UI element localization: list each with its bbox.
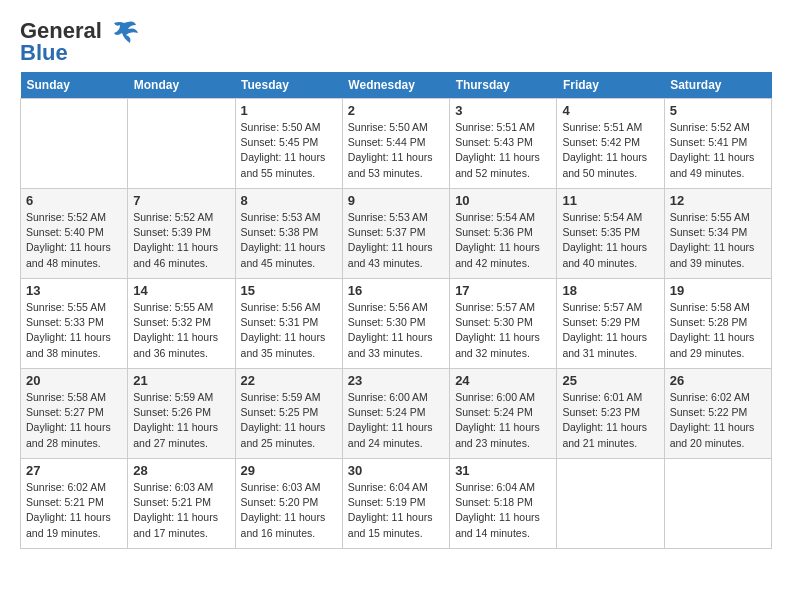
calendar-cell [21, 99, 128, 189]
calendar-cell: 4Sunrise: 5:51 AMSunset: 5:42 PMDaylight… [557, 99, 664, 189]
calendar-cell: 29Sunrise: 6:03 AMSunset: 5:20 PMDayligh… [235, 459, 342, 549]
day-info: Sunrise: 5:56 AMSunset: 5:31 PMDaylight:… [241, 300, 337, 361]
day-number: 24 [455, 373, 551, 388]
day-info: Sunrise: 6:01 AMSunset: 5:23 PMDaylight:… [562, 390, 658, 451]
logo: GeneralBlue [20, 20, 142, 64]
day-number: 16 [348, 283, 444, 298]
day-number: 31 [455, 463, 551, 478]
day-info: Sunrise: 5:57 AMSunset: 5:30 PMDaylight:… [455, 300, 551, 361]
day-info: Sunrise: 5:58 AMSunset: 5:28 PMDaylight:… [670, 300, 766, 361]
day-number: 30 [348, 463, 444, 478]
day-info: Sunrise: 5:58 AMSunset: 5:27 PMDaylight:… [26, 390, 122, 451]
day-info: Sunrise: 6:00 AMSunset: 5:24 PMDaylight:… [455, 390, 551, 451]
day-info: Sunrise: 5:59 AMSunset: 5:25 PMDaylight:… [241, 390, 337, 451]
weekday-header-wednesday: Wednesday [342, 72, 449, 99]
day-info: Sunrise: 5:51 AMSunset: 5:43 PMDaylight:… [455, 120, 551, 181]
calendar-cell: 19Sunrise: 5:58 AMSunset: 5:28 PMDayligh… [664, 279, 771, 369]
day-number: 13 [26, 283, 122, 298]
day-info: Sunrise: 6:03 AMSunset: 5:21 PMDaylight:… [133, 480, 229, 541]
day-number: 4 [562, 103, 658, 118]
calendar-cell: 10Sunrise: 5:54 AMSunset: 5:36 PMDayligh… [450, 189, 557, 279]
day-info: Sunrise: 5:51 AMSunset: 5:42 PMDaylight:… [562, 120, 658, 181]
calendar-cell: 17Sunrise: 5:57 AMSunset: 5:30 PMDayligh… [450, 279, 557, 369]
day-info: Sunrise: 5:55 AMSunset: 5:32 PMDaylight:… [133, 300, 229, 361]
day-info: Sunrise: 5:53 AMSunset: 5:38 PMDaylight:… [241, 210, 337, 271]
day-info: Sunrise: 5:55 AMSunset: 5:33 PMDaylight:… [26, 300, 122, 361]
day-info: Sunrise: 6:04 AMSunset: 5:18 PMDaylight:… [455, 480, 551, 541]
calendar-cell: 24Sunrise: 6:00 AMSunset: 5:24 PMDayligh… [450, 369, 557, 459]
week-row-3: 13Sunrise: 5:55 AMSunset: 5:33 PMDayligh… [21, 279, 772, 369]
calendar-cell: 31Sunrise: 6:04 AMSunset: 5:18 PMDayligh… [450, 459, 557, 549]
calendar-cell: 12Sunrise: 5:55 AMSunset: 5:34 PMDayligh… [664, 189, 771, 279]
day-info: Sunrise: 5:54 AMSunset: 5:36 PMDaylight:… [455, 210, 551, 271]
calendar-cell: 6Sunrise: 5:52 AMSunset: 5:40 PMDaylight… [21, 189, 128, 279]
day-info: Sunrise: 5:50 AMSunset: 5:44 PMDaylight:… [348, 120, 444, 181]
day-number: 29 [241, 463, 337, 478]
calendar-cell: 28Sunrise: 6:03 AMSunset: 5:21 PMDayligh… [128, 459, 235, 549]
day-info: Sunrise: 6:00 AMSunset: 5:24 PMDaylight:… [348, 390, 444, 451]
day-number: 17 [455, 283, 551, 298]
calendar-table: SundayMondayTuesdayWednesdayThursdayFrid… [20, 72, 772, 549]
day-info: Sunrise: 5:57 AMSunset: 5:29 PMDaylight:… [562, 300, 658, 361]
calendar-cell: 25Sunrise: 6:01 AMSunset: 5:23 PMDayligh… [557, 369, 664, 459]
day-number: 15 [241, 283, 337, 298]
day-number: 18 [562, 283, 658, 298]
day-info: Sunrise: 6:04 AMSunset: 5:19 PMDaylight:… [348, 480, 444, 541]
day-number: 2 [348, 103, 444, 118]
day-number: 14 [133, 283, 229, 298]
day-number: 28 [133, 463, 229, 478]
calendar-cell: 20Sunrise: 5:58 AMSunset: 5:27 PMDayligh… [21, 369, 128, 459]
calendar-cell: 22Sunrise: 5:59 AMSunset: 5:25 PMDayligh… [235, 369, 342, 459]
weekday-header-row: SundayMondayTuesdayWednesdayThursdayFrid… [21, 72, 772, 99]
calendar-cell: 3Sunrise: 5:51 AMSunset: 5:43 PMDaylight… [450, 99, 557, 189]
week-row-2: 6Sunrise: 5:52 AMSunset: 5:40 PMDaylight… [21, 189, 772, 279]
day-number: 7 [133, 193, 229, 208]
weekday-header-saturday: Saturday [664, 72, 771, 99]
calendar-cell: 14Sunrise: 5:55 AMSunset: 5:32 PMDayligh… [128, 279, 235, 369]
day-info: Sunrise: 5:50 AMSunset: 5:45 PMDaylight:… [241, 120, 337, 181]
calendar-cell: 27Sunrise: 6:02 AMSunset: 5:21 PMDayligh… [21, 459, 128, 549]
calendar-cell [557, 459, 664, 549]
calendar-cell: 23Sunrise: 6:00 AMSunset: 5:24 PMDayligh… [342, 369, 449, 459]
weekday-header-monday: Monday [128, 72, 235, 99]
calendar-cell: 11Sunrise: 5:54 AMSunset: 5:35 PMDayligh… [557, 189, 664, 279]
calendar-cell: 30Sunrise: 6:04 AMSunset: 5:19 PMDayligh… [342, 459, 449, 549]
day-number: 5 [670, 103, 766, 118]
calendar-cell: 1Sunrise: 5:50 AMSunset: 5:45 PMDaylight… [235, 99, 342, 189]
weekday-header-tuesday: Tuesday [235, 72, 342, 99]
day-number: 9 [348, 193, 444, 208]
day-info: Sunrise: 5:56 AMSunset: 5:30 PMDaylight:… [348, 300, 444, 361]
calendar-cell: 2Sunrise: 5:50 AMSunset: 5:44 PMDaylight… [342, 99, 449, 189]
day-number: 25 [562, 373, 658, 388]
week-row-1: 1Sunrise: 5:50 AMSunset: 5:45 PMDaylight… [21, 99, 772, 189]
calendar-cell: 16Sunrise: 5:56 AMSunset: 5:30 PMDayligh… [342, 279, 449, 369]
calendar-cell: 15Sunrise: 5:56 AMSunset: 5:31 PMDayligh… [235, 279, 342, 369]
calendar-cell [128, 99, 235, 189]
day-info: Sunrise: 5:55 AMSunset: 5:34 PMDaylight:… [670, 210, 766, 271]
week-row-5: 27Sunrise: 6:02 AMSunset: 5:21 PMDayligh… [21, 459, 772, 549]
day-info: Sunrise: 5:53 AMSunset: 5:37 PMDaylight:… [348, 210, 444, 271]
week-row-4: 20Sunrise: 5:58 AMSunset: 5:27 PMDayligh… [21, 369, 772, 459]
page-header: GeneralBlue [20, 20, 772, 64]
day-number: 20 [26, 373, 122, 388]
weekday-header-friday: Friday [557, 72, 664, 99]
day-number: 11 [562, 193, 658, 208]
day-number: 12 [670, 193, 766, 208]
calendar-cell: 9Sunrise: 5:53 AMSunset: 5:37 PMDaylight… [342, 189, 449, 279]
calendar-cell: 13Sunrise: 5:55 AMSunset: 5:33 PMDayligh… [21, 279, 128, 369]
weekday-header-thursday: Thursday [450, 72, 557, 99]
day-number: 8 [241, 193, 337, 208]
logo-bird-icon [106, 15, 142, 51]
day-number: 22 [241, 373, 337, 388]
calendar-cell: 18Sunrise: 5:57 AMSunset: 5:29 PMDayligh… [557, 279, 664, 369]
day-info: Sunrise: 6:02 AMSunset: 5:21 PMDaylight:… [26, 480, 122, 541]
day-number: 6 [26, 193, 122, 208]
day-info: Sunrise: 6:03 AMSunset: 5:20 PMDaylight:… [241, 480, 337, 541]
day-info: Sunrise: 6:02 AMSunset: 5:22 PMDaylight:… [670, 390, 766, 451]
day-number: 1 [241, 103, 337, 118]
calendar-cell [664, 459, 771, 549]
day-info: Sunrise: 5:52 AMSunset: 5:39 PMDaylight:… [133, 210, 229, 271]
day-number: 26 [670, 373, 766, 388]
day-number: 21 [133, 373, 229, 388]
day-info: Sunrise: 5:52 AMSunset: 5:40 PMDaylight:… [26, 210, 122, 271]
